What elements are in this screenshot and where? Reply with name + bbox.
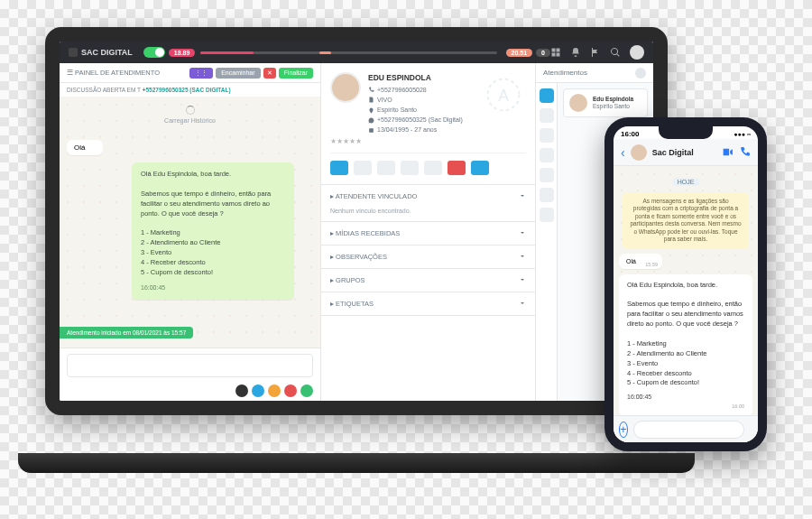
filter-icon[interactable]	[635, 68, 646, 79]
group-button[interactable]: ⋮⋮	[189, 68, 213, 79]
chat-area: Carregar Histórico Olá Olá Edu Espindola…	[60, 97, 320, 348]
chevron-down-icon	[519, 192, 526, 199]
rail-filter-4[interactable]	[540, 168, 554, 182]
search-icon[interactable]	[610, 47, 621, 58]
accordion-1: ▸ MÍDIAS RECEBIDAS	[321, 222, 535, 246]
compose-action-1[interactable]	[252, 385, 264, 397]
chevron-down-icon	[519, 253, 526, 260]
calendar-icon	[368, 127, 374, 134]
session-tag: Atendimento iniciado em 08/01/2021 às 15…	[60, 327, 193, 338]
rating-stars: ★★★★★	[330, 137, 526, 145]
accordion-header[interactable]: ▸ GRUPOS	[321, 269, 535, 292]
status-pill-1: 18.89	[169, 49, 196, 57]
laptop-base	[18, 453, 695, 473]
profile-card: EDU ESPINDOLA +5527996005028 VIVO Espíri…	[321, 63, 535, 185]
quick-action-0[interactable]	[330, 161, 348, 175]
phone-time: 16:00	[621, 130, 639, 138]
flag-icon[interactable]	[590, 47, 601, 58]
close-button[interactable]: ✕	[263, 68, 276, 79]
phone-contact-name[interactable]: Sac Digital	[652, 148, 716, 157]
panel-header: ☰ PAINEL DE ATENDIMENTO ⋮⋮ Encaminhar ✕ …	[60, 63, 320, 83]
accordion-body: Nenhum vínculo encontrado.	[321, 208, 535, 221]
ticket-avatar	[569, 94, 587, 112]
message-out: Olá Edu Espindola, boa tarde. Sabemos qu…	[132, 162, 294, 300]
progress-bar	[200, 51, 496, 54]
accordion-3: ▸ GRUPOS	[321, 269, 535, 292]
panel-title: PAINEL DE ATENDIMENTO	[75, 69, 160, 77]
finalizar-button[interactable]: Finalizar	[279, 68, 313, 79]
phone-chat-area: HOJE As mensagens e as ligações são prot…	[614, 166, 758, 415]
accordion-0: ▸ ATENDENTE VINCULADONenhum vínculo enco…	[321, 185, 535, 222]
accordion-4: ▸ ETIQUETAS	[321, 292, 535, 316]
quick-action-5[interactable]	[448, 161, 466, 175]
chevron-down-icon	[519, 276, 526, 283]
accordion-header[interactable]: ▸ MÍDIAS RECEBIDAS	[321, 222, 535, 245]
quick-action-2[interactable]	[377, 161, 395, 175]
seal-icon: A	[484, 76, 522, 114]
compose-area	[60, 348, 320, 401]
compose-action-3[interactable]	[284, 385, 297, 397]
quick-action-3[interactable]	[401, 161, 419, 175]
phone-notch	[659, 126, 713, 139]
attach-icon[interactable]: +	[619, 422, 628, 438]
encryption-notice: As mensagens e as ligações são protegida…	[623, 193, 749, 248]
ticket-card[interactable]: Edu Espindola Espírito Santo	[563, 88, 648, 117]
status-pill-2: 20.51	[506, 49, 533, 57]
sub-header: DISCUSSÃO ABERTA EM T +5527996050325 (SA…	[60, 83, 320, 97]
rail-filter-0[interactable]	[540, 88, 554, 103]
quick-action-4[interactable]	[424, 161, 442, 175]
compose-action-4[interactable]	[300, 385, 313, 397]
tickets-tabbar: Atendimentos	[536, 63, 653, 83]
mobile-app: 16:00 ●●● ⎓ ‹ Sac Digital HOJE As mensag…	[604, 117, 767, 451]
phone-indicators: ●●● ⎓	[734, 131, 751, 137]
encaminhar-button[interactable]: Encaminhar	[216, 68, 260, 79]
ticket-subtitle: Espírito Santo	[593, 103, 633, 110]
quick-action-1[interactable]	[354, 161, 372, 175]
logo-icon	[69, 48, 78, 57]
bell-icon[interactable]	[570, 47, 581, 58]
channel-link[interactable]: +5527996050325 (SAC DIGITAL)	[143, 87, 231, 93]
user-avatar[interactable]	[630, 45, 644, 60]
phone-chat-header: ‹ Sac Digital	[614, 139, 758, 166]
message-input[interactable]	[67, 354, 313, 377]
call-icon[interactable]	[739, 146, 751, 158]
message-in: Olá	[67, 140, 103, 155]
profile-name: EDU ESPINDOLA	[368, 72, 463, 85]
grid-icon[interactable]	[550, 47, 561, 58]
accordion-header[interactable]: ▸ ATENDENTE VINCULADO	[321, 185, 535, 208]
back-icon[interactable]: ‹	[621, 145, 625, 160]
load-history[interactable]: Carregar Histórico	[60, 97, 320, 133]
chevron-down-icon	[519, 229, 526, 236]
tickets-tab[interactable]: Atendimentos	[543, 69, 587, 77]
quick-actions-bar	[330, 153, 526, 175]
accordion-2: ▸ OBSERVAÇÕES	[321, 246, 535, 269]
rail-filter-3[interactable]	[540, 148, 554, 162]
spinner-icon	[186, 106, 195, 115]
sim-icon	[368, 97, 374, 103]
brand-name: SAC DIGITAL	[81, 48, 133, 57]
accordion-header[interactable]: ▸ OBSERVAÇÕES	[321, 246, 535, 268]
phone-icon	[368, 87, 374, 93]
quick-action-6[interactable]	[471, 161, 489, 175]
phone-compose: +	[614, 415, 758, 442]
topbar: SAC DIGITAL 18.89 20.51 0	[60, 42, 653, 63]
online-toggle[interactable]	[143, 47, 165, 58]
phone-message-out: Olá Edu Espindola, boa tarde. Sabemos qu…	[619, 274, 752, 415]
phone-message-input[interactable]	[633, 421, 744, 439]
phone-message-in: Olá15:59	[619, 254, 662, 269]
profile-column: EDU ESPINDOLA +5527996005028 VIVO Espíri…	[321, 63, 536, 401]
accordion-header[interactable]: ▸ ETIQUETAS	[321, 292, 535, 315]
phone-contact-avatar[interactable]	[631, 144, 647, 161]
rail-filter-1[interactable]	[540, 108, 554, 123]
rail-filter-6[interactable]	[540, 208, 554, 222]
svg-text:A: A	[498, 87, 509, 105]
tickets-rail	[536, 83, 558, 401]
rail-filter-2[interactable]	[540, 128, 554, 143]
compose-action-0[interactable]	[235, 385, 248, 397]
pin-icon	[368, 107, 374, 114]
rail-filter-5[interactable]	[540, 188, 554, 202]
compose-action-2[interactable]	[268, 385, 281, 397]
brand: SAC DIGITAL	[69, 48, 133, 57]
video-icon[interactable]	[722, 146, 734, 158]
desktop-app: SAC DIGITAL 18.89 20.51 0 ☰ PAINE	[45, 27, 668, 415]
